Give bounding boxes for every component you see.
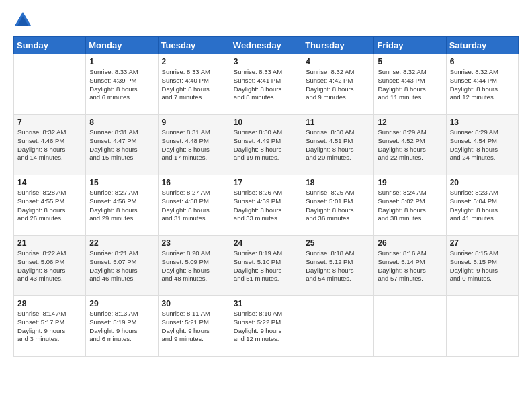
day-number: 29 bbox=[89, 299, 154, 308]
day-info: Sunrise: 8:20 AM Sunset: 5:09 PM Dayligh… bbox=[162, 249, 226, 283]
day-info: Sunrise: 8:18 AM Sunset: 5:12 PM Dayligh… bbox=[306, 249, 370, 283]
day-info: Sunrise: 8:32 AM Sunset: 4:46 PM Dayligh… bbox=[17, 128, 82, 163]
day-number: 5 bbox=[378, 57, 442, 66]
day-info: Sunrise: 8:33 AM Sunset: 4:39 PM Dayligh… bbox=[89, 68, 154, 102]
day-info: Sunrise: 8:33 AM Sunset: 4:40 PM Dayligh… bbox=[162, 68, 226, 102]
day-number: 4 bbox=[306, 57, 370, 66]
day-info: Sunrise: 8:31 AM Sunset: 4:48 PM Dayligh… bbox=[162, 128, 226, 163]
calendar-cell: 18Sunrise: 8:25 AM Sunset: 5:01 PM Dayli… bbox=[302, 175, 374, 236]
calendar-cell: 20Sunrise: 8:23 AM Sunset: 5:04 PM Dayli… bbox=[446, 175, 518, 236]
day-number: 20 bbox=[450, 178, 515, 187]
calendar-cell: 15Sunrise: 8:27 AM Sunset: 4:56 PM Dayli… bbox=[86, 175, 158, 236]
day-info: Sunrise: 8:33 AM Sunset: 4:41 PM Dayligh… bbox=[234, 68, 298, 102]
day-number: 8 bbox=[89, 118, 154, 127]
calendar-cell bbox=[446, 296, 518, 357]
day-number: 22 bbox=[89, 238, 154, 248]
calendar-cell: 19Sunrise: 8:24 AM Sunset: 5:02 PM Dayli… bbox=[374, 175, 446, 236]
weekday-header-row: SundayMondayTuesdayWednesdayThursdayFrid… bbox=[14, 37, 519, 54]
day-info: Sunrise: 8:32 AM Sunset: 4:44 PM Dayligh… bbox=[450, 68, 515, 102]
day-info: Sunrise: 8:31 AM Sunset: 4:47 PM Dayligh… bbox=[89, 128, 154, 163]
calendar-cell: 13Sunrise: 8:29 AM Sunset: 4:54 PM Dayli… bbox=[446, 115, 518, 175]
day-number: 25 bbox=[306, 238, 370, 248]
day-number: 12 bbox=[378, 118, 442, 127]
day-number: 7 bbox=[17, 118, 82, 127]
weekday-header: Friday bbox=[374, 37, 446, 54]
weekday-header: Wednesday bbox=[230, 37, 302, 54]
day-info: Sunrise: 8:27 AM Sunset: 4:56 PM Dayligh… bbox=[89, 189, 154, 223]
calendar-cell bbox=[14, 54, 86, 115]
day-info: Sunrise: 8:11 AM Sunset: 5:21 PM Dayligh… bbox=[162, 310, 226, 344]
calendar-cell: 5Sunrise: 8:32 AM Sunset: 4:43 PM Daylig… bbox=[374, 54, 446, 115]
weekday-header: Saturday bbox=[446, 37, 518, 54]
calendar-cell: 16Sunrise: 8:27 AM Sunset: 4:58 PM Dayli… bbox=[158, 175, 230, 236]
calendar-cell: 27Sunrise: 8:15 AM Sunset: 5:15 PM Dayli… bbox=[446, 236, 518, 296]
logo bbox=[13, 11, 35, 30]
day-number: 11 bbox=[306, 118, 370, 127]
day-info: Sunrise: 8:28 AM Sunset: 4:55 PM Dayligh… bbox=[17, 189, 82, 223]
day-number: 10 bbox=[234, 118, 298, 127]
calendar-cell: 9Sunrise: 8:31 AM Sunset: 4:48 PM Daylig… bbox=[158, 115, 230, 175]
calendar-cell: 21Sunrise: 8:22 AM Sunset: 5:06 PM Dayli… bbox=[14, 236, 86, 296]
calendar-cell: 3Sunrise: 8:33 AM Sunset: 4:41 PM Daylig… bbox=[230, 54, 302, 115]
day-number: 21 bbox=[17, 238, 82, 248]
day-info: Sunrise: 8:30 AM Sunset: 4:49 PM Dayligh… bbox=[234, 128, 298, 163]
day-number: 13 bbox=[450, 118, 515, 127]
day-info: Sunrise: 8:29 AM Sunset: 4:52 PM Dayligh… bbox=[378, 128, 442, 163]
calendar-cell: 31Sunrise: 8:10 AM Sunset: 5:22 PM Dayli… bbox=[230, 296, 302, 357]
calendar-cell: 7Sunrise: 8:32 AM Sunset: 4:46 PM Daylig… bbox=[14, 115, 86, 175]
calendar-cell: 4Sunrise: 8:32 AM Sunset: 4:42 PM Daylig… bbox=[302, 54, 374, 115]
weekday-header: Tuesday bbox=[158, 37, 230, 54]
calendar-cell: 1Sunrise: 8:33 AM Sunset: 4:39 PM Daylig… bbox=[86, 54, 158, 115]
day-number: 19 bbox=[378, 178, 442, 187]
calendar-cell: 23Sunrise: 8:20 AM Sunset: 5:09 PM Dayli… bbox=[158, 236, 230, 296]
calendar-table: SundayMondayTuesdayWednesdayThursdayFrid… bbox=[13, 36, 519, 357]
day-number: 30 bbox=[162, 299, 226, 308]
calendar-cell: 2Sunrise: 8:33 AM Sunset: 4:40 PM Daylig… bbox=[158, 54, 230, 115]
day-number: 9 bbox=[162, 118, 226, 127]
day-info: Sunrise: 8:30 AM Sunset: 4:51 PM Dayligh… bbox=[306, 128, 370, 163]
day-number: 23 bbox=[162, 238, 226, 248]
day-info: Sunrise: 8:24 AM Sunset: 5:02 PM Dayligh… bbox=[378, 189, 442, 223]
day-info: Sunrise: 8:32 AM Sunset: 4:43 PM Dayligh… bbox=[378, 68, 442, 102]
day-info: Sunrise: 8:25 AM Sunset: 5:01 PM Dayligh… bbox=[306, 189, 370, 223]
calendar-cell: 6Sunrise: 8:32 AM Sunset: 4:44 PM Daylig… bbox=[446, 54, 518, 115]
calendar-cell: 25Sunrise: 8:18 AM Sunset: 5:12 PM Dayli… bbox=[302, 236, 374, 296]
logo-icon bbox=[13, 11, 32, 30]
calendar-week-row: 7Sunrise: 8:32 AM Sunset: 4:46 PM Daylig… bbox=[14, 115, 519, 175]
calendar-week-row: 28Sunrise: 8:14 AM Sunset: 5:17 PM Dayli… bbox=[14, 296, 519, 357]
day-number: 17 bbox=[234, 178, 298, 187]
calendar-cell: 11Sunrise: 8:30 AM Sunset: 4:51 PM Dayli… bbox=[302, 115, 374, 175]
calendar-week-row: 21Sunrise: 8:22 AM Sunset: 5:06 PM Dayli… bbox=[14, 236, 519, 296]
day-number: 16 bbox=[162, 178, 226, 187]
calendar-cell: 22Sunrise: 8:21 AM Sunset: 5:07 PM Dayli… bbox=[86, 236, 158, 296]
day-info: Sunrise: 8:23 AM Sunset: 5:04 PM Dayligh… bbox=[450, 189, 515, 223]
day-number: 27 bbox=[450, 238, 515, 248]
day-info: Sunrise: 8:15 AM Sunset: 5:15 PM Dayligh… bbox=[450, 249, 515, 283]
day-info: Sunrise: 8:13 AM Sunset: 5:19 PM Dayligh… bbox=[89, 310, 154, 344]
day-number: 14 bbox=[17, 178, 82, 187]
day-number: 6 bbox=[450, 57, 515, 66]
day-number: 26 bbox=[378, 238, 442, 248]
calendar-cell bbox=[302, 296, 374, 357]
weekday-header: Sunday bbox=[14, 37, 86, 54]
day-info: Sunrise: 8:26 AM Sunset: 4:59 PM Dayligh… bbox=[234, 189, 298, 223]
day-info: Sunrise: 8:32 AM Sunset: 4:42 PM Dayligh… bbox=[306, 68, 370, 102]
calendar-cell: 28Sunrise: 8:14 AM Sunset: 5:17 PM Dayli… bbox=[14, 296, 86, 357]
calendar-cell: 8Sunrise: 8:31 AM Sunset: 4:47 PM Daylig… bbox=[86, 115, 158, 175]
calendar-week-row: 1Sunrise: 8:33 AM Sunset: 4:39 PM Daylig… bbox=[14, 54, 519, 115]
day-info: Sunrise: 8:29 AM Sunset: 4:54 PM Dayligh… bbox=[450, 128, 515, 163]
day-info: Sunrise: 8:19 AM Sunset: 5:10 PM Dayligh… bbox=[234, 249, 298, 283]
day-number: 28 bbox=[17, 299, 82, 308]
calendar-cell: 14Sunrise: 8:28 AM Sunset: 4:55 PM Dayli… bbox=[14, 175, 86, 236]
calendar-cell: 17Sunrise: 8:26 AM Sunset: 4:59 PM Dayli… bbox=[230, 175, 302, 236]
day-info: Sunrise: 8:14 AM Sunset: 5:17 PM Dayligh… bbox=[17, 310, 82, 344]
calendar-cell: 24Sunrise: 8:19 AM Sunset: 5:10 PM Dayli… bbox=[230, 236, 302, 296]
day-info: Sunrise: 8:22 AM Sunset: 5:06 PM Dayligh… bbox=[17, 249, 82, 283]
day-number: 1 bbox=[89, 57, 154, 66]
calendar-cell: 26Sunrise: 8:16 AM Sunset: 5:14 PM Dayli… bbox=[374, 236, 446, 296]
page: SundayMondayTuesdayWednesdayThursdayFrid… bbox=[0, 0, 532, 411]
calendar-cell: 29Sunrise: 8:13 AM Sunset: 5:19 PM Dayli… bbox=[86, 296, 158, 357]
day-info: Sunrise: 8:16 AM Sunset: 5:14 PM Dayligh… bbox=[378, 249, 442, 283]
day-number: 18 bbox=[306, 178, 370, 187]
calendar-week-row: 14Sunrise: 8:28 AM Sunset: 4:55 PM Dayli… bbox=[14, 175, 519, 236]
